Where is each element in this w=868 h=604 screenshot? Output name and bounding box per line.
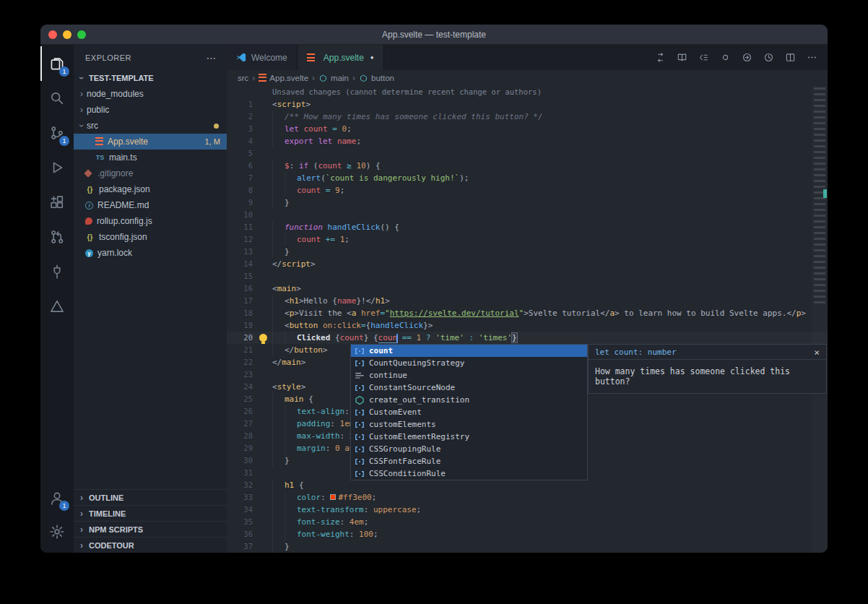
line-number[interactable]: 5 <box>227 147 259 160</box>
activity-explorer[interactable]: 1 <box>40 46 74 81</box>
breadcrumb-app-svelte[interactable]: App.svelte <box>259 74 308 82</box>
suggestion-continue[interactable]: continue <box>351 369 587 381</box>
record-button[interactable] <box>716 48 735 67</box>
activity-search[interactable] <box>40 81 74 116</box>
activity-codetour[interactable] <box>40 289 74 324</box>
code-line[interactable]: 20Clicked {count} {coun == 1 ? 'time' : … <box>227 332 828 344</box>
line-number[interactable]: 23 <box>227 368 259 381</box>
minimap[interactable] <box>812 86 828 553</box>
code-line[interactable]: 4export let name; <box>227 135 828 147</box>
line-number[interactable]: 32 <box>227 479 259 491</box>
section-codetour[interactable]: ›CODETOUR <box>74 537 227 553</box>
line-number[interactable]: 27 <box>227 418 259 430</box>
line-number[interactable]: 18 <box>227 307 259 319</box>
activity-run-and-debug[interactable] <box>40 150 74 185</box>
suggestion-create-out-transition[interactable]: create_out_transition <box>351 394 587 406</box>
open-preview-button[interactable] <box>672 48 692 67</box>
file-package-json[interactable]: {}package.json <box>74 181 227 197</box>
line-number[interactable]: 9 <box>227 197 259 209</box>
suggestion-count[interactable]: count <box>351 345 587 357</box>
line-number[interactable]: 16 <box>227 282 259 295</box>
code-line[interactable]: 2/** How many times has someone clicked … <box>227 111 828 123</box>
file-gitignore[interactable]: .gitignore <box>74 165 227 181</box>
activity-remote-explorer[interactable] <box>40 254 74 289</box>
line-number[interactable]: 6 <box>227 160 259 172</box>
history-button[interactable] <box>759 48 778 67</box>
suggestion-customevent[interactable]: CustomEvent <box>351 406 587 418</box>
code-line[interactable]: 12count += 1; <box>227 233 828 246</box>
line-number[interactable]: 37 <box>227 540 259 553</box>
section-timeline[interactable]: ›TIMELINE <box>74 505 227 521</box>
line-number[interactable]: 17 <box>227 295 259 307</box>
line-number[interactable]: 4 <box>227 135 259 147</box>
code-line[interactable]: 8count = 9; <box>227 184 828 197</box>
file-yarn-lock[interactable]: yyarn.lock <box>74 245 227 261</box>
section-npm-scripts[interactable]: ›NPM SCRIPTS <box>74 521 227 537</box>
line-number[interactable]: 1 <box>227 98 259 111</box>
line-number[interactable]: 3 <box>227 123 259 135</box>
code-line[interactable]: 37} <box>227 540 828 553</box>
breadcrumb-main[interactable]: main <box>318 74 349 83</box>
line-number[interactable]: 25 <box>227 393 259 405</box>
line-number[interactable]: 14 <box>227 258 259 270</box>
code-line[interactable]: 33color: #ff3e00; <box>227 491 828 504</box>
more-actions-icon[interactable]: ⋯ <box>207 52 217 64</box>
code-line[interactable]: 34text-transform: uppercase; <box>227 504 828 516</box>
tab-app-svelte[interactable]: App.svelte● <box>298 45 384 70</box>
line-number[interactable]: 2 <box>227 111 259 123</box>
suggestion-cssfontfacerule[interactable]: CSSFontFaceRule <box>351 455 587 467</box>
line-number[interactable]: 15 <box>227 270 259 282</box>
activity-accounts[interactable]: 1 <box>40 482 74 515</box>
line-number[interactable]: 36 <box>227 528 259 540</box>
line-number[interactable]: 30 <box>227 454 259 467</box>
line-number[interactable]: 34 <box>227 504 259 516</box>
close-icon[interactable]: × <box>814 348 820 357</box>
line-number[interactable]: 28 <box>227 430 259 442</box>
file-readme-md[interactable]: iREADME.md <box>74 197 227 213</box>
suggestion-cssconditionrule[interactable]: CSSConditionRule <box>351 467 587 480</box>
suggestion-customelements[interactable]: customElements <box>351 418 587 431</box>
code-line[interactable]: 6$: if (count ≥ 10) { <box>227 160 828 172</box>
suggestion-countqueuingstrategy[interactable]: CountQueuingStrategy <box>351 357 587 369</box>
line-number[interactable]: 31 <box>227 467 259 479</box>
code-line[interactable]: 9} <box>227 197 828 209</box>
code-line[interactable]: 19<button on:click={handleClick}> <box>227 319 828 332</box>
folder-src[interactable]: ›src <box>74 118 227 134</box>
activity-settings[interactable] <box>40 515 74 548</box>
breadcrumb-button[interactable]: button <box>359 74 394 83</box>
line-number[interactable]: 29 <box>227 442 259 454</box>
line-number[interactable]: 19 <box>227 319 259 332</box>
line-number[interactable]: 24 <box>227 381 259 393</box>
file-main-ts[interactable]: TSmain.ts <box>74 150 227 165</box>
line-number[interactable]: 11 <box>227 221 259 233</box>
section-outline[interactable]: ›OUTLINE <box>74 489 227 505</box>
code-line[interactable]: 15 <box>227 270 828 282</box>
next-change-button[interactable] <box>737 48 757 67</box>
suggestion-cssgroupingrule[interactable]: CSSGroupingRule <box>351 443 587 455</box>
tab-welcome[interactable]: Welcome <box>227 45 298 70</box>
code-line[interactable]: 17<h1>Hello {name}!</h1> <box>227 295 828 307</box>
split-editor-button[interactable] <box>781 48 800 67</box>
line-number[interactable]: 20 <box>227 332 259 344</box>
code-line[interactable]: 13} <box>227 246 828 258</box>
file-tsconfig-json[interactable]: {}tsconfig.json <box>74 229 227 245</box>
zoom-window-button[interactable] <box>77 30 86 39</box>
more-actions-button[interactable] <box>802 48 822 67</box>
compare-changes-button[interactable] <box>651 48 670 67</box>
line-number[interactable]: 8 <box>227 184 259 197</box>
minimize-window-button[interactable] <box>63 30 71 39</box>
code-line[interactable]: 10 <box>227 209 828 221</box>
folder-node-modules[interactable]: ›node_modules <box>74 86 227 102</box>
line-number[interactable]: 35 <box>227 516 259 528</box>
code-line[interactable]: 5 <box>227 147 828 160</box>
workspace-root[interactable]: › TEST-TEMPLATE <box>74 70 227 86</box>
close-window-button[interactable] <box>48 30 57 39</box>
suggestion-customelementregistry[interactable]: CustomElementRegistry <box>351 431 587 443</box>
code-line[interactable]: 14</script> <box>227 258 828 270</box>
activity-source-control[interactable]: 1 <box>40 116 74 150</box>
line-number[interactable]: 13 <box>227 246 259 258</box>
previous-change-button[interactable] <box>694 48 713 67</box>
breadcrumb-src[interactable]: src <box>238 74 248 82</box>
code-line[interactable]: 18<p>Visit the <a href="https://svelte.d… <box>227 307 828 319</box>
suggestion-constantsourcenode[interactable]: ConstantSourceNode <box>351 381 587 394</box>
